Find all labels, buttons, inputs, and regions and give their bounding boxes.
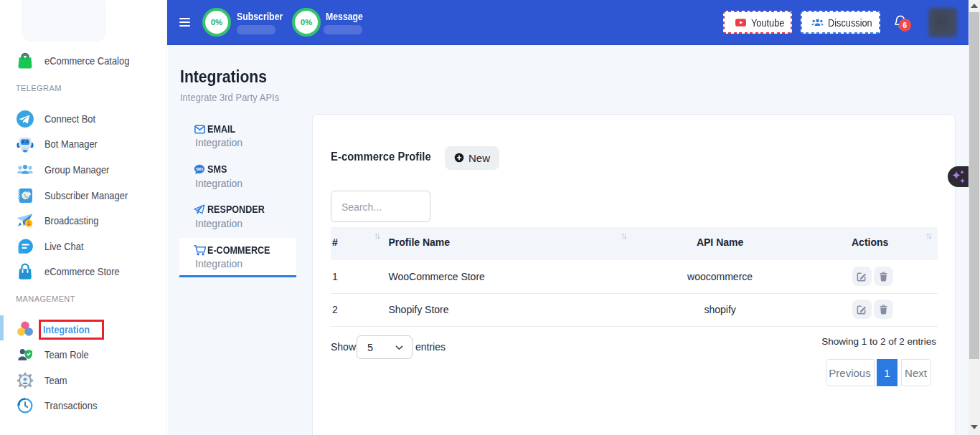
- svg-text:1: 1: [27, 220, 31, 226]
- svg-text:SMS: SMS: [196, 168, 203, 171]
